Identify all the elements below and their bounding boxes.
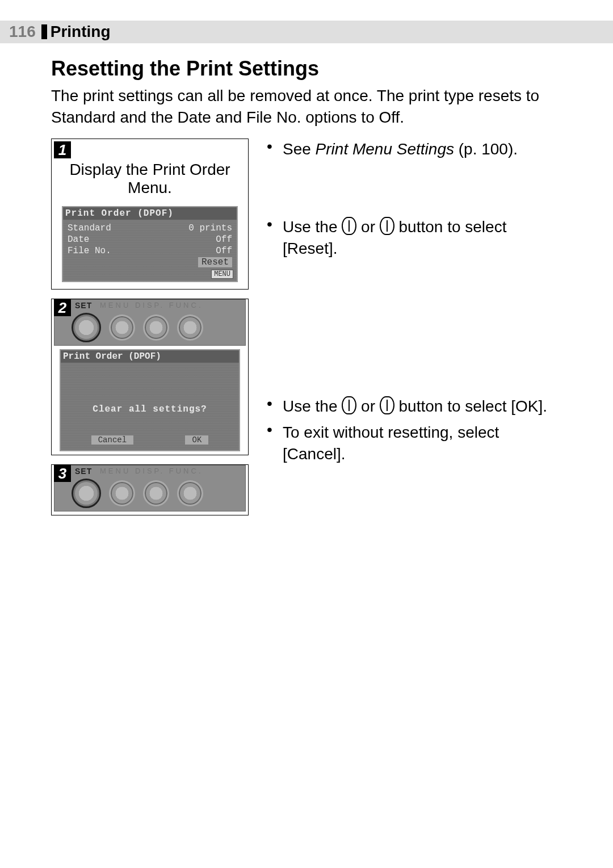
disp-dial-icon (143, 480, 169, 506)
right-button-icon (380, 396, 394, 414)
lcd2-message: Clear all settings? (65, 404, 234, 414)
lcd1-menu-tag: MENU (211, 270, 233, 279)
step-3-camera-strip: 3 SET MENU DISP. FUNC. (54, 465, 246, 511)
step-3-box: 3 SET MENU DISP. FUNC. (51, 464, 249, 515)
lcd2-ok: OK (185, 435, 208, 445)
page-header: 116 Printing (0, 20, 613, 43)
lcd1-row-fileno: File No. Off (68, 246, 232, 256)
lcd1-row-fileno-val: Off (216, 246, 232, 256)
step-2-camera-strip: 2 SET MENU DISP. FUNC. (54, 299, 246, 346)
lcd2-cancel: Cancel (91, 435, 133, 445)
func-dial-icon (177, 480, 203, 506)
section-heading: Resetting the Print Settings (51, 57, 562, 81)
instruction-cancel: To exit without resetting, select [Cance… (267, 422, 562, 465)
instructions-column: See Print Menu Settings (p. 100). Use th… (267, 139, 562, 469)
step-3-number: 3 (54, 465, 71, 482)
r2-b: or (356, 218, 379, 236)
left-button-icon (342, 217, 356, 235)
r1-prefix: See (283, 140, 316, 158)
r3-a: Use the (283, 397, 342, 415)
set-dial-icon (72, 479, 101, 508)
disp-dial-icon (143, 315, 169, 341)
lcd1-row-date-val: Off (216, 234, 232, 245)
step-2-number: 2 (54, 299, 71, 316)
lcd1-title: Print Order (DPOF) (63, 207, 237, 220)
lcd1-row-standard: Standard 0 prints (68, 223, 232, 233)
r2-a: Use the (283, 218, 342, 236)
lcd1-row-reset: Reset (68, 257, 232, 267)
step-1-number: 1 (54, 141, 71, 158)
page-number: 116 (9, 23, 36, 41)
step-2-set-label: SET (75, 301, 92, 310)
r1-ital: Print Menu Settings (316, 140, 454, 158)
instruction-see-print-menu: See Print Menu Settings (p. 100). (267, 139, 562, 160)
r3-b: or (356, 397, 379, 415)
instruction-select-ok: Use the or button to select [OK]. (267, 396, 562, 417)
step-3-strip-sub: MENU DISP. FUNC. (100, 467, 203, 475)
step-2-lcd: Print Order (DPOF) Clear all settings? C… (60, 349, 240, 451)
steps-column: 1 Display the Print Order Menu. Print Or… (51, 139, 249, 525)
step-2-strip-sub: MENU DISP. FUNC. (100, 301, 203, 309)
func-dial-icon (177, 315, 203, 341)
lcd1-row-standard-val: 0 prints (188, 223, 232, 233)
step-1-caption: Display the Print Order Menu. (54, 141, 246, 204)
step-2-box: 2 SET MENU DISP. FUNC. Print Order (DPOF… (51, 299, 249, 455)
lcd1-row-standard-key: Standard (68, 223, 111, 233)
menu-dial-icon (109, 480, 135, 506)
step-1-lcd: Print Order (DPOF) Standard 0 prints Dat… (62, 206, 238, 282)
menu-dial-icon (109, 315, 135, 341)
right-button-icon (380, 217, 394, 235)
r3-c: button to select [OK]. (394, 397, 547, 415)
lcd1-row-date: Date Off (68, 234, 232, 245)
lcd1-row-fileno-key: File No. (68, 246, 111, 256)
lcd1-row-date-key: Date (68, 234, 89, 245)
set-dial-icon (72, 313, 101, 342)
header-divider-icon (41, 24, 47, 39)
left-button-icon (342, 396, 356, 414)
section-intro: The print settings can all be removed at… (51, 85, 562, 128)
instruction-select-reset: Use the or button to select [Reset]. (267, 216, 562, 259)
chapter-title: Printing (51, 23, 111, 41)
lcd1-reset-highlight: Reset (198, 257, 232, 267)
step-1-box: 1 Display the Print Order Menu. Print Or… (51, 139, 249, 290)
step-3-set-label: SET (75, 467, 92, 476)
r1-suffix: (p. 100). (454, 140, 518, 158)
lcd2-title: Print Order (DPOF) (61, 350, 239, 363)
